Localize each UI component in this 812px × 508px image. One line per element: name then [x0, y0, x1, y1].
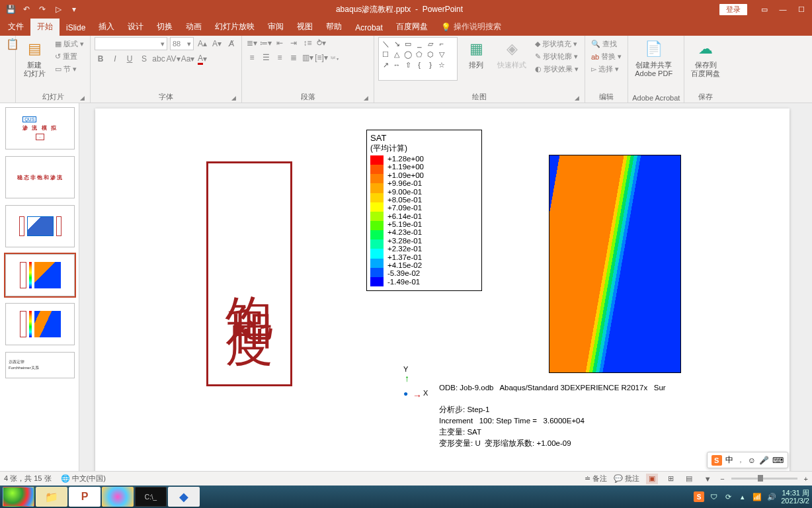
slide-thumb-4[interactable] — [5, 254, 75, 296]
tab-baidu[interactable]: 百度网盘 — [389, 19, 434, 36]
quick-styles-button[interactable]: ◈ 快速样式 — [495, 37, 529, 71]
shrink-font-icon[interactable]: A▾ — [211, 38, 223, 50]
reading-view-icon[interactable]: ▤ — [683, 474, 695, 484]
align-center-icon[interactable]: ☰ — [260, 52, 272, 64]
tell-me-search[interactable]: 💡 操作说明搜索 — [434, 19, 508, 36]
maximize-icon[interactable]: ☐ — [793, 3, 809, 16]
tab-acrobat[interactable]: Acrobat — [348, 21, 389, 36]
slide-thumbnails-panel[interactable]: QUS 渗 流 模 拟 ··· 稳态非饱和渗流 达西定律Forchheimer关… — [0, 103, 79, 471]
ribbon-display-icon[interactable]: ▭ — [756, 3, 772, 16]
bullets-icon[interactable]: ≣▾ — [246, 37, 258, 49]
increase-indent-icon[interactable]: ⇥ — [288, 37, 300, 49]
font-size-combo[interactable]: 88▾ — [170, 37, 194, 50]
columns-icon[interactable]: ▥▾ — [302, 52, 313, 64]
decrease-indent-icon[interactable]: ⇤ — [274, 37, 286, 49]
language-indicator[interactable]: 🌐 中文(中国) — [61, 474, 106, 484]
taskbar-cmd-icon[interactable]: C:\_ — [135, 487, 167, 507]
create-pdf-button[interactable]: 📄 创建并共享 Adobe PDF — [632, 37, 675, 79]
ime-emoji-icon[interactable]: ☺ — [748, 456, 756, 465]
layout-button[interactable]: ▦ 版式 ▾ — [53, 38, 86, 50]
tray-network-icon[interactable]: 📶 — [752, 491, 762, 502]
find-button[interactable]: 🔍 查找 — [589, 38, 624, 50]
grow-font-icon[interactable]: A▴ — [196, 38, 208, 50]
slide-thumb-1[interactable]: QUS 渗 流 模 拟 ··· — [5, 107, 75, 149]
comments-button[interactable]: 💬 批注 — [614, 474, 639, 484]
tab-transitions[interactable]: 切换 — [150, 19, 179, 36]
tab-design[interactable]: 设计 — [121, 19, 150, 36]
ime-punct[interactable]: ， — [737, 454, 745, 466]
vertical-title-box[interactable]: 饱和度 — [206, 161, 292, 386]
start-from-beginning-icon[interactable]: ▷ — [53, 4, 63, 15]
font-family-combo[interactable]: ▾ — [95, 37, 167, 50]
launcher-icon[interactable]: ◢ — [575, 95, 579, 101]
change-case-button[interactable]: Aa▾ — [182, 53, 194, 65]
undo-icon[interactable]: ↶ — [21, 4, 32, 15]
taskbar-photos-icon[interactable] — [102, 487, 134, 507]
numbering-icon[interactable]: ≔▾ — [260, 37, 272, 49]
shape-outline-button[interactable]: ✎ 形状轮廓 ▾ — [533, 51, 581, 62]
tray-clock[interactable]: 14:31 周2021/3/2 — [781, 489, 809, 505]
zoom-slider[interactable] — [731, 478, 797, 480]
slide[interactable]: 饱和度 SAT (平均计算) +1.28e+00+1.19e+00 +1.0 — [95, 108, 790, 471]
slide-canvas-area[interactable]: 饱和度 SAT (平均计算) +1.28e+00+1.19e+00 +1.0 — [79, 103, 812, 471]
redo-icon[interactable]: ↷ — [37, 4, 48, 15]
reset-button[interactable]: ↺ 重置 — [53, 51, 86, 62]
font-color-button[interactable]: A▾ — [196, 53, 208, 65]
baidu-save-button[interactable]: ☁ 保存到 百度网盘 — [688, 37, 723, 79]
minimize-icon[interactable]: — — [775, 3, 791, 16]
slide-thumb-3[interactable] — [5, 205, 75, 247]
replace-button[interactable]: ab 替换 ▾ — [589, 51, 624, 62]
tray-shield-icon[interactable]: 🛡 — [708, 491, 719, 502]
taskbar-explorer-icon[interactable]: 📁 — [36, 487, 67, 507]
tab-home[interactable]: 开始 — [30, 19, 60, 36]
align-left-icon[interactable]: ≡ — [246, 52, 258, 64]
tab-review[interactable]: 审阅 — [261, 19, 290, 36]
ime-mic-icon[interactable]: 🎤 — [759, 456, 769, 465]
tab-view[interactable]: 视图 — [290, 19, 319, 36]
launcher-icon[interactable]: ◢ — [231, 95, 236, 101]
zoom-out-icon[interactable]: − — [720, 475, 724, 483]
justify-icon[interactable]: ≣ — [288, 52, 300, 64]
spacing-button[interactable]: AV▾ — [167, 53, 179, 65]
notes-button[interactable]: ≐ 备注 — [585, 474, 607, 484]
tab-animations[interactable]: 动画 — [179, 19, 208, 36]
shape-line-icon[interactable]: ＼ — [381, 39, 390, 48]
taskbar-abaqus-icon[interactable]: ◆ — [168, 487, 200, 507]
taskbar-powerpoint-icon[interactable]: P — [69, 487, 101, 507]
ime-toolbar[interactable]: S 中 ， ☺ 🎤 ⌨ — [707, 452, 788, 468]
underline-button[interactable]: U — [124, 53, 136, 65]
align-text-icon[interactable]: [≡]▾ — [315, 52, 327, 64]
slideshow-view-icon[interactable]: ▼ — [702, 474, 713, 484]
launcher-icon[interactable]: ◢ — [364, 95, 368, 101]
login-button[interactable]: 登录 — [719, 4, 747, 15]
section-button[interactable]: ▭ 节 ▾ — [53, 64, 86, 75]
tab-slideshow[interactable]: 幻灯片放映 — [208, 19, 261, 36]
italic-button[interactable]: I — [109, 53, 121, 65]
start-button[interactable] — [3, 487, 34, 507]
tray-sogou-icon[interactable]: S — [694, 491, 704, 502]
tab-file[interactable]: 文件 — [1, 19, 30, 36]
shapes-gallery[interactable]: ＼↘▭⎯▱⌐ ☐△◯⬠⬡▽ ↗↔⇧{}☆ — [378, 37, 458, 81]
ime-lang[interactable]: 中 — [725, 454, 733, 466]
normal-view-icon[interactable]: ▣ — [646, 474, 658, 484]
tab-help[interactable]: 帮助 — [319, 19, 348, 36]
slide-thumb-2[interactable]: 稳态非饱和渗流 — [5, 156, 75, 198]
shape-effects-button[interactable]: ◐ 形状效果 ▾ — [533, 64, 581, 75]
arrange-button[interactable]: ▦ 排列 — [462, 37, 491, 71]
strike-button[interactable]: S — [138, 53, 150, 65]
sorter-view-icon[interactable]: ⊞ — [665, 474, 676, 484]
smartart-icon[interactable]: ⎃▾ — [329, 52, 341, 64]
zoom-in-icon[interactable]: + — [804, 475, 808, 483]
ime-keyboard-icon[interactable]: ⌨ — [772, 456, 784, 465]
tab-insert[interactable]: 插入 — [92, 19, 121, 36]
tab-islide[interactable]: iSlide — [60, 21, 92, 36]
qat-more-icon[interactable]: ▾ — [69, 4, 79, 15]
tray-volume-icon[interactable]: 🔊 — [766, 491, 777, 502]
slide-thumb-6[interactable]: 达西定律Forchheimer关系 — [5, 352, 75, 378]
shadow-button[interactable]: abc — [153, 53, 165, 65]
launcher-icon[interactable]: ◢ — [80, 95, 85, 101]
save-icon[interactable]: 💾 — [5, 4, 16, 15]
shape-fill-button[interactable]: ◆ 形状填充 ▾ — [533, 38, 581, 50]
slide-thumb-5[interactable] — [5, 303, 75, 345]
text-direction-icon[interactable]: ⥁▾ — [315, 37, 327, 49]
